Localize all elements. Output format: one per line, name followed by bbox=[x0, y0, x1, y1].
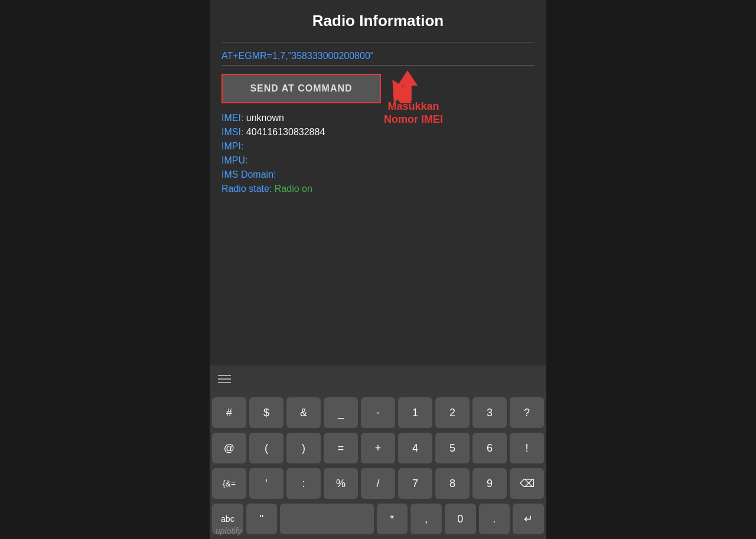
key-space[interactable] bbox=[280, 504, 373, 534]
key-enter[interactable]: ↵ bbox=[513, 504, 544, 534]
key-symbols[interactable]: {&= bbox=[212, 468, 246, 499]
key-dash[interactable]: - bbox=[361, 397, 395, 428]
key-hash[interactable]: # bbox=[212, 397, 246, 428]
keyboard-row-3: {&= ' : % / 7 8 9 ⌫ bbox=[212, 468, 544, 499]
key-question[interactable]: ? bbox=[510, 397, 544, 428]
key-plus[interactable]: + bbox=[361, 433, 395, 463]
key-star[interactable]: * bbox=[377, 504, 408, 534]
radio-state-value: Radio on bbox=[275, 184, 312, 194]
keyboard-row-4: abc " * , 0 . ↵ bbox=[212, 504, 544, 534]
imei-value: unknown bbox=[246, 113, 284, 123]
radio-state-label: Radio state: bbox=[221, 184, 272, 194]
key-backspace[interactable]: ⌫ bbox=[510, 468, 544, 499]
input-divider bbox=[221, 65, 535, 66]
top-divider bbox=[221, 42, 535, 43]
imsi-label: IMSI: bbox=[221, 127, 243, 137]
toolbar-bar bbox=[210, 365, 546, 393]
key-slash[interactable]: / bbox=[361, 468, 395, 499]
key-3[interactable]: 3 bbox=[472, 397, 507, 428]
impu-label: IMPU: bbox=[221, 155, 247, 165]
key-equals[interactable]: = bbox=[324, 433, 358, 463]
key-7[interactable]: 7 bbox=[398, 468, 432, 499]
key-0[interactable]: 0 bbox=[445, 504, 476, 534]
arrow-icon bbox=[390, 68, 425, 103]
key-6[interactable]: 6 bbox=[472, 433, 507, 463]
key-quote[interactable]: " bbox=[246, 504, 278, 534]
annotation-text: Masukkan Nomor IMEI bbox=[384, 100, 443, 126]
hamburger-line-1 bbox=[218, 375, 231, 376]
key-8[interactable]: 8 bbox=[435, 468, 470, 499]
key-close-paren[interactable]: ) bbox=[286, 433, 321, 463]
key-comma[interactable]: , bbox=[410, 504, 442, 534]
key-at[interactable]: @ bbox=[212, 433, 246, 463]
imsi-value: 404116130832884 bbox=[246, 127, 325, 137]
hamburger-line-3 bbox=[218, 382, 231, 383]
key-ampersand[interactable]: & bbox=[286, 397, 321, 428]
at-command-input[interactable]: AT+EGMR=1,7,"358333000200800" bbox=[221, 51, 535, 61]
key-open-paren[interactable]: ( bbox=[249, 433, 284, 463]
key-underscore[interactable]: _ bbox=[324, 397, 358, 428]
imsi-row: IMSI: 404116130832884 bbox=[221, 127, 535, 138]
imei-label: IMEI: bbox=[221, 113, 243, 123]
screen-title: Radio Information bbox=[221, 12, 535, 30]
key-period[interactable]: . bbox=[479, 504, 510, 534]
key-5[interactable]: 5 bbox=[435, 433, 470, 463]
radio-state-row: Radio state: Radio on bbox=[221, 184, 535, 194]
impu-row: IMPU: bbox=[221, 155, 535, 166]
phone-container: Radio Information AT+EGMR=1,7,"358333000… bbox=[210, 0, 546, 539]
keyboard-row-1: # $ & _ - 1 2 3 ? bbox=[212, 397, 544, 428]
hamburger-menu-icon[interactable] bbox=[218, 375, 231, 383]
button-row: SEND AT COMMAND Masukkan Nomor IMEI bbox=[221, 74, 535, 103]
key-2[interactable]: 2 bbox=[435, 397, 470, 428]
arrow-annotation: Masukkan Nomor IMEI bbox=[390, 68, 425, 103]
key-exclaim[interactable]: ! bbox=[510, 433, 544, 463]
screen-content: Radio Information AT+EGMR=1,7,"358333000… bbox=[210, 0, 546, 365]
hamburger-line-2 bbox=[218, 378, 231, 380]
key-colon[interactable]: : bbox=[286, 468, 321, 499]
key-apostrophe[interactable]: ' bbox=[249, 468, 284, 499]
ims-domain-row: IMS Domain: bbox=[221, 169, 535, 180]
impi-row: IMPI: bbox=[221, 141, 535, 152]
watermark: uplotify bbox=[216, 526, 242, 535]
imei-row: IMEI: unknown bbox=[221, 113, 535, 123]
impi-label: IMPI: bbox=[221, 141, 243, 151]
ims-domain-label: IMS Domain: bbox=[221, 169, 276, 179]
key-percent[interactable]: % bbox=[324, 468, 358, 499]
send-at-command-button[interactable]: SEND AT COMMAND bbox=[221, 74, 381, 103]
keyboard-row-2: @ ( ) = + 4 5 6 ! bbox=[212, 433, 544, 463]
radio-screen: Radio Information AT+EGMR=1,7,"358333000… bbox=[210, 0, 546, 393]
key-4[interactable]: 4 bbox=[398, 433, 432, 463]
keyboard: # $ & _ - 1 2 3 ? @ ( ) = + 4 5 6 ! {&= … bbox=[210, 393, 546, 539]
key-dollar[interactable]: $ bbox=[249, 397, 284, 428]
key-9[interactable]: 9 bbox=[472, 468, 507, 499]
key-1[interactable]: 1 bbox=[398, 397, 432, 428]
